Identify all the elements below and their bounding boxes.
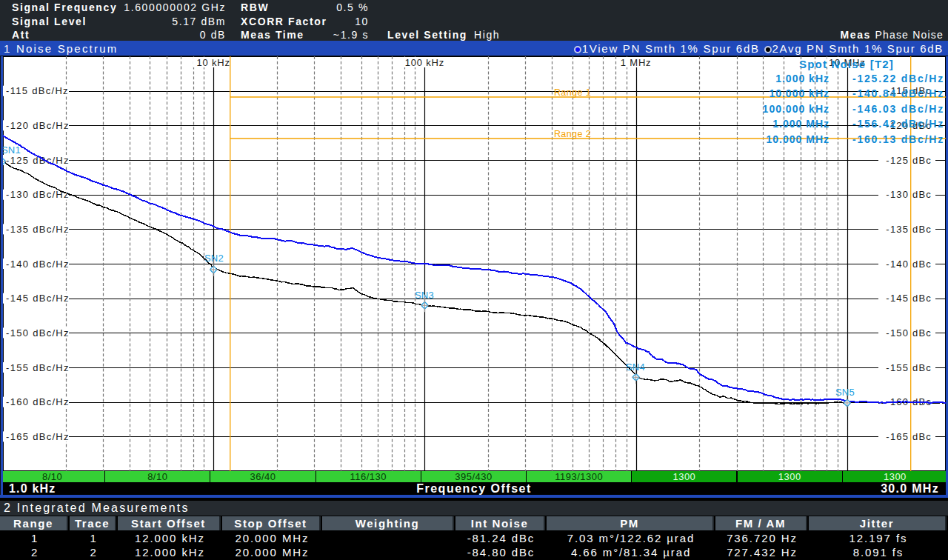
svg-text:-155 dBc/Hz: -155 dBc/Hz xyxy=(6,362,70,373)
svg-text:-140 dBc: -140 dBc xyxy=(886,259,932,270)
svg-text:-135 dBc: -135 dBc xyxy=(886,224,932,235)
svg-text:100.000 kHz: 100.000 kHz xyxy=(763,103,830,115)
svg-text:-120 dBc/Hz: -120 dBc/Hz xyxy=(6,120,70,131)
svg-text:-115 dBc/Hz: -115 dBc/Hz xyxy=(6,85,69,96)
svg-text:-140 dBc/Hz: -140 dBc/Hz xyxy=(6,259,70,270)
svg-text:-150 dBc/Hz: -150 dBc/Hz xyxy=(6,327,70,339)
svg-text:-160 dBc/Hz: -160 dBc/Hz xyxy=(6,396,70,407)
svg-text:100 kHz: 100 kHz xyxy=(405,57,444,68)
svg-text:Range 1: Range 1 xyxy=(554,87,591,98)
svg-text:-155 dBc: -155 dBc xyxy=(886,362,932,373)
svg-text:Spot Noise [T2]: Spot Noise [T2] xyxy=(799,58,894,70)
svg-text:-130 dBc: -130 dBc xyxy=(886,189,932,200)
svg-text:10 kHz: 10 kHz xyxy=(197,57,230,68)
svg-text:-156.42 dBc/Hz: -156.42 dBc/Hz xyxy=(852,118,944,130)
svg-text:1 MHz: 1 MHz xyxy=(621,57,652,68)
svg-text:-165 dBc/Hz: -165 dBc/Hz xyxy=(6,431,70,442)
svg-text:1.000 kHz: 1.000 kHz xyxy=(775,73,830,84)
svg-text:1.000 MHz: 1.000 MHz xyxy=(772,118,830,130)
svg-text:10.000 kHz: 10.000 kHz xyxy=(769,87,830,99)
svg-text:-145 dBc/Hz: -145 dBc/Hz xyxy=(6,293,70,304)
svg-text:-145 dBc: -145 dBc xyxy=(886,293,932,304)
svg-text:-165 dBc: -165 dBc xyxy=(886,431,932,442)
svg-text:SN1: SN1 xyxy=(1,144,21,156)
svg-text:10.000 MHz: 10.000 MHz xyxy=(767,133,830,145)
svg-text:SN5: SN5 xyxy=(835,387,855,398)
svg-text:-146.03 dBc/Hz: -146.03 dBc/Hz xyxy=(852,103,944,115)
svg-text:SN4: SN4 xyxy=(626,361,645,373)
svg-text:SN3: SN3 xyxy=(415,290,434,301)
svg-text:-150 dBc: -150 dBc xyxy=(886,327,932,339)
svg-text:-125.22 dBc/Hz: -125.22 dBc/Hz xyxy=(852,73,944,84)
svg-text:-140.84 dBc/Hz: -140.84 dBc/Hz xyxy=(852,87,944,99)
svg-text:Range 2: Range 2 xyxy=(554,129,591,139)
svg-text:-125 dBc: -125 dBc xyxy=(886,155,932,166)
svg-text:-160.13 dBc/Hz: -160.13 dBc/Hz xyxy=(852,133,944,145)
svg-text:SN2: SN2 xyxy=(204,253,224,264)
svg-text:-135 dBc/Hz: -135 dBc/Hz xyxy=(6,224,70,235)
